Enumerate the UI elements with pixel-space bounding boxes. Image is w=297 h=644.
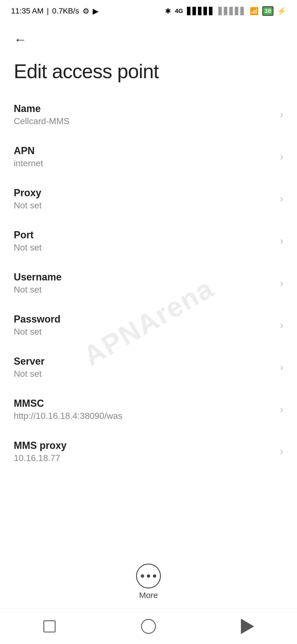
top-nav: ← [0, 22, 297, 54]
settings-item-label-mms-proxy: MMS proxy [14, 440, 274, 451]
settings-item-label-server: Server [14, 356, 274, 367]
recent-apps-icon [43, 620, 56, 632]
settings-item-content-port: Port Not set [14, 229, 274, 253]
back-nav-icon [241, 619, 254, 634]
settings-item-value-proxy: Not set [14, 200, 274, 211]
chevron-right-icon-name: › [280, 109, 283, 121]
chevron-right-icon-proxy: › [280, 193, 283, 205]
settings-item-value-password: Not set [14, 327, 274, 337]
chevron-right-icon-port: › [280, 235, 283, 247]
wifi-icon: 📶 [250, 7, 258, 15]
settings-item-label-username: Username [14, 271, 274, 283]
page-title: Edit access point [0, 54, 297, 94]
more-section: More [0, 564, 297, 600]
settings-item-content-server: Server Not set [14, 356, 274, 379]
settings-item-name[interactable]: Name Cellcard-MMS › [0, 94, 297, 136]
settings-item-content-proxy: Proxy Not set [14, 187, 274, 211]
more-dots-icon [141, 574, 156, 578]
status-network-speed: 0.7KB/s [52, 7, 79, 15]
settings-icon: ⚙ [82, 7, 89, 16]
nav-home-button[interactable] [136, 614, 161, 639]
charging-icon: ⚡ [277, 7, 286, 15]
status-time: 11:35 AM [11, 7, 43, 15]
settings-item-apn[interactable]: APN internet › [0, 136, 297, 178]
settings-item-content-name: Name Cellcard-MMS [14, 103, 274, 126]
settings-item-value-mms-proxy: 10.16.18.77 [14, 453, 274, 463]
settings-item-label-password: Password [14, 313, 274, 325]
settings-item-content-password: Password Not set [14, 313, 274, 337]
settings-item-label-apn: APN [14, 145, 274, 157]
chevron-right-icon-mmsc: › [280, 404, 283, 415]
settings-item-proxy[interactable]: Proxy Not set › [0, 178, 297, 220]
status-bar: 11:35 AM | 0.7KB/s ⚙ ▶ ✱ 4G ▋▋▋▋▋ ▋▋▋▋▋ … [0, 0, 297, 22]
settings-item-value-apn: internet [14, 158, 274, 168]
more-circle-icon [136, 564, 161, 588]
status-separator: | [47, 7, 49, 15]
nav-back-button[interactable] [235, 614, 260, 639]
chevron-right-icon-server: › [280, 362, 283, 373]
settings-item-value-server: Not set [14, 369, 274, 379]
back-button[interactable]: ← [11, 30, 30, 49]
settings-item-value-mmsc: http://10.16.18.4:38090/was [14, 411, 274, 421]
nav-recent-button[interactable] [37, 614, 62, 639]
settings-item-server[interactable]: Server Not set › [0, 346, 297, 388]
settings-item-label-name: Name [14, 103, 274, 114]
bluetooth-icon: ✱ [165, 7, 171, 15]
settings-item-content-apn: APN internet [14, 145, 274, 168]
signal-bars2-icon: ▋▋▋▋▋ [218, 7, 246, 15]
chevron-right-icon-mms-proxy: › [280, 446, 283, 457]
settings-item-label-proxy: Proxy [14, 187, 274, 199]
signal-bars-icon: ▋▋▋▋▋ [187, 7, 215, 15]
back-arrow-icon: ← [14, 33, 27, 46]
camera-icon: ▶ [93, 7, 99, 16]
settings-item-mmsc[interactable]: MMSC http://10.16.18.4:38090/was › [0, 388, 297, 430]
chevron-right-icon-password: › [280, 320, 283, 331]
settings-item-value-port: Not set [14, 242, 274, 253]
settings-item-username[interactable]: Username Not set › [0, 262, 297, 304]
battery-icon: 38 [262, 6, 273, 16]
signal-4g-icon: 4G [175, 7, 183, 15]
settings-item-label-mmsc: MMSC [14, 398, 274, 409]
settings-item-mms-proxy[interactable]: MMS proxy 10.16.18.77 › [0, 430, 297, 473]
settings-item-value-name: Cellcard-MMS [14, 116, 274, 126]
nav-bar [0, 608, 297, 644]
more-label: More [139, 591, 158, 600]
chevron-right-icon-apn: › [280, 151, 283, 163]
settings-item-content-mms-proxy: MMS proxy 10.16.18.77 [14, 440, 274, 463]
settings-item-content-mmsc: MMSC http://10.16.18.4:38090/was [14, 398, 274, 421]
status-left: 11:35 AM | 0.7KB/s ⚙ ▶ [11, 7, 99, 16]
home-icon [141, 619, 156, 634]
settings-item-value-username: Not set [14, 285, 274, 295]
more-button[interactable]: More [136, 564, 161, 600]
settings-item-content-username: Username Not set [14, 271, 274, 295]
status-right: ✱ 4G ▋▋▋▋▋ ▋▋▋▋▋ 📶 38 ⚡ [165, 6, 286, 16]
settings-item-password[interactable]: Password Not set › [0, 304, 297, 346]
settings-list: Name Cellcard-MMS › APN internet › Proxy… [0, 94, 297, 473]
settings-item-label-port: Port [14, 229, 274, 241]
settings-item-port[interactable]: Port Not set › [0, 220, 297, 262]
chevron-right-icon-username: › [280, 277, 283, 289]
